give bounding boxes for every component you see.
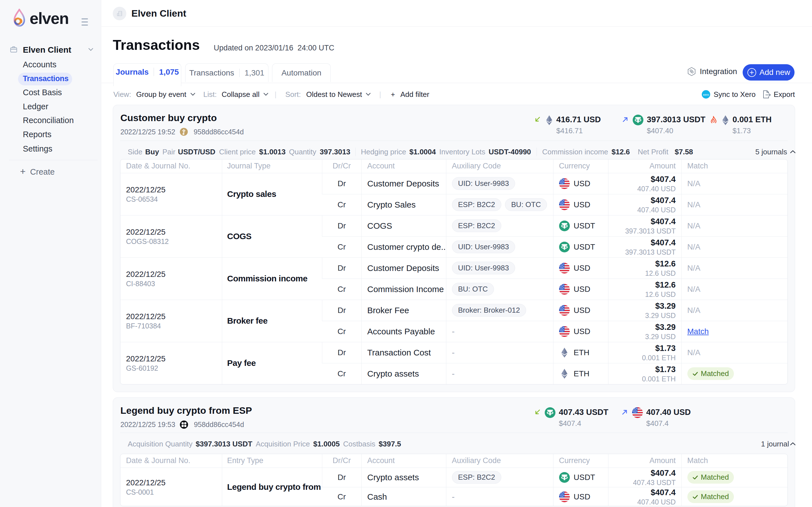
- svg-text:xero: xero: [703, 93, 709, 96]
